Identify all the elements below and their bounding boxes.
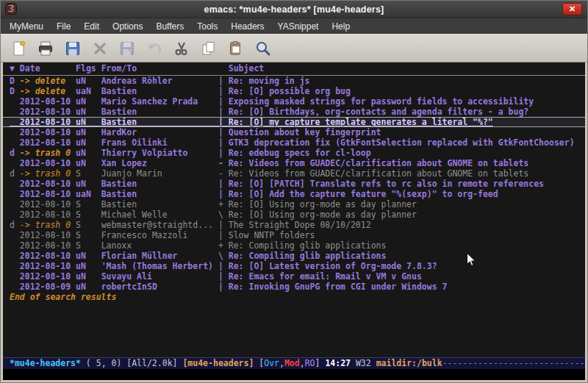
message-row-from: Thierry Volpiatto bbox=[101, 148, 218, 158]
message-row-mark bbox=[10, 117, 20, 127]
message-row[interactable]: 2012-08-10 uN Frans Oilinki | GTK3 depre… bbox=[3, 137, 585, 148]
message-row[interactable]: 2012-08-10 uN HardKor | Question about k… bbox=[3, 127, 585, 137]
message-row[interactable]: 2012-08-10 uaN Bastien | Re: [O] Add the… bbox=[3, 189, 585, 199]
message-row[interactable]: 2012-08-10 S Bastien + Re: [O] Using org… bbox=[3, 199, 585, 210]
message-row[interactable]: 2012-08-10 uN Bastien | Re: [O] Birthday… bbox=[3, 107, 585, 117]
message-row-mark bbox=[10, 127, 20, 137]
close-button[interactable]: ✕ bbox=[562, 3, 582, 15]
search-button[interactable] bbox=[251, 37, 276, 60]
mode-line-segment: 14:27 bbox=[325, 358, 351, 368]
message-row-from: robertcInSD bbox=[101, 282, 218, 292]
menu-item-mymenu[interactable]: MyMenu bbox=[3, 18, 50, 34]
message-row-mark bbox=[10, 210, 20, 220]
save-button[interactable] bbox=[60, 37, 85, 60]
menu-item-tools[interactable]: Tools bbox=[190, 18, 224, 34]
window-title: emacs: *mu4e-headers* [mu4e-headers] bbox=[204, 4, 384, 15]
message-list: D -> delete uN Andreas Röhler | Re: movi… bbox=[3, 76, 585, 292]
message-row-mark: d bbox=[10, 168, 20, 179]
tool-bar bbox=[1, 34, 587, 62]
message-row[interactable]: 2012-08-10 uN Xan Lopez - Re: Videos fro… bbox=[3, 158, 585, 168]
message-row-subject: Slow NNTP folders bbox=[229, 230, 315, 240]
menu-item-yasnippet[interactable]: YASnippet bbox=[271, 18, 326, 34]
menu-item-headers[interactable]: Headers bbox=[224, 18, 270, 34]
message-row[interactable]: 2012-08-10 uN Bastien | Re: [O] [PATCH] … bbox=[3, 179, 585, 189]
header-line-date: Date bbox=[20, 63, 76, 74]
message-row[interactable]: 2012-08-10 uN Bastien | Re: [O] my captu… bbox=[3, 117, 585, 127]
message-row-mark bbox=[10, 158, 20, 168]
header-line-prefix bbox=[218, 63, 229, 74]
mode-line-segment: , bbox=[279, 358, 284, 368]
mode-line-segment: RO bbox=[305, 358, 315, 368]
message-row-prefix: | bbox=[218, 117, 229, 127]
message-row-prefix: | bbox=[218, 179, 229, 189]
message-row-from: Francesco Mazzoli bbox=[101, 230, 218, 240]
new-file-button[interactable] bbox=[6, 37, 31, 60]
mode-line-segment: [All/2.0k] bbox=[126, 358, 182, 368]
mode-line-segment: [mu4e-headers] bbox=[182, 358, 254, 368]
message-row-from: Suvayu Ali bbox=[101, 271, 218, 282]
message-row-flags: S bbox=[76, 230, 101, 240]
message-row-prefix: + bbox=[218, 199, 229, 210]
save-as-icon bbox=[118, 40, 136, 57]
message-row[interactable]: D -> delete uaN Bastien | Re: [O] possib… bbox=[3, 86, 585, 96]
message-row[interactable]: d -> trash 0 S webmaster@straightd... | … bbox=[3, 220, 585, 230]
app-icon bbox=[5, 3, 17, 15]
message-row-from: webmaster@straightd... bbox=[101, 220, 218, 230]
cut-button[interactable] bbox=[169, 37, 194, 60]
message-row[interactable]: 2012-08-10 uN Florian Müllner \ Re: Comp… bbox=[3, 251, 585, 261]
paste-button[interactable] bbox=[223, 37, 248, 60]
message-row-subject: Re: edebug specs for cl-loop bbox=[229, 148, 371, 158]
message-row-subject: Re: Invoking GnuPG from CGI under Window… bbox=[229, 282, 448, 292]
minibuffer[interactable] bbox=[3, 369, 585, 380]
message-row[interactable]: 2012-08-10 S Lanoxx + Re: Compiling glib… bbox=[3, 240, 585, 251]
copy-button[interactable] bbox=[196, 37, 221, 60]
message-row-from: Andreas Röhler bbox=[101, 76, 218, 86]
message-row-mark: d bbox=[10, 220, 20, 230]
message-row-date: 2012-08-10 bbox=[20, 107, 76, 117]
message-row-flags: uN bbox=[76, 261, 101, 271]
message-row[interactable]: 2012-08-10 uN Suvayu Ali | Re: Emacs for… bbox=[3, 271, 585, 282]
menu-item-edit[interactable]: Edit bbox=[77, 18, 106, 34]
message-row-flags: S bbox=[76, 210, 101, 220]
header-line[interactable]: ▼ Date Flgs From/To Subject bbox=[3, 62, 585, 76]
message-row-date: 2012-08-10 bbox=[20, 261, 76, 271]
copy-icon bbox=[200, 40, 218, 57]
undo-icon bbox=[146, 40, 163, 57]
title-bar: emacs: *mu4e-headers* [mu4e-headers] ✕ bbox=[1, 1, 587, 18]
message-row[interactable]: D -> delete uN Andreas Röhler | Re: movi… bbox=[3, 76, 585, 86]
message-row-subject: Re: Emacs for email: Rmail v VM v Gnus bbox=[229, 271, 422, 282]
message-row-subject: Re: Compiling glib applications bbox=[229, 251, 387, 261]
menu-bar: MyMenuFileEditOptionsBuffersToolsHeaders… bbox=[1, 18, 587, 34]
message-row-flags: uN bbox=[76, 117, 101, 127]
message-row-flags: S bbox=[76, 240, 101, 251]
message-row-date: 2012-08-10 bbox=[20, 137, 76, 148]
message-row-flags: uN bbox=[76, 127, 101, 137]
menu-item-help[interactable]: Help bbox=[325, 18, 356, 34]
menu-item-buffers[interactable]: Buffers bbox=[149, 18, 190, 34]
print-button[interactable] bbox=[33, 37, 58, 60]
message-row-subject: Re: [O] Add the capture feature "%(sexp)… bbox=[229, 189, 498, 199]
message-row-date: 2012-08-10 bbox=[20, 179, 76, 189]
message-row-flags: uN bbox=[76, 251, 101, 261]
message-row[interactable]: 2012-08-10 uN 'Mash (Thomas Herbert) | R… bbox=[3, 261, 585, 271]
kill-buffer-button[interactable] bbox=[87, 37, 112, 60]
message-row-mark: d bbox=[10, 148, 20, 158]
message-row-subject: Exposing masked strings for password fie… bbox=[229, 96, 534, 107]
message-row-subject: Re: [O] Birthdays, org-contacts and agen… bbox=[229, 107, 529, 117]
message-row[interactable]: 2012-08-09 uN robertcInSD | Re: Invoking… bbox=[3, 282, 585, 292]
message-row[interactable]: 2012-08-10 uN Mario Sanchez Prada | Expo… bbox=[3, 96, 585, 107]
menu-item-options[interactable]: Options bbox=[106, 18, 149, 34]
message-row[interactable]: d -> trash 0 S Juanjo Marin - Re: Videos… bbox=[3, 168, 585, 179]
message-row[interactable]: d -> trash 0 uN Thierry Volpiatto | Re: … bbox=[3, 148, 585, 158]
print-icon bbox=[37, 40, 54, 57]
mode-line-segment: maildir:/bulk bbox=[376, 358, 442, 368]
message-row[interactable]: 2012-08-10 S Francesco Mazzoli | Slow NN… bbox=[3, 230, 585, 240]
message-row-mark bbox=[10, 199, 20, 210]
menu-item-file[interactable]: File bbox=[50, 18, 77, 34]
message-row-mark bbox=[10, 282, 20, 292]
message-row-mark bbox=[10, 271, 20, 282]
message-row-from: Bastien bbox=[101, 189, 218, 199]
message-row-flags: S bbox=[76, 220, 101, 230]
mode-line-segment: Ovr bbox=[264, 358, 279, 368]
message-row[interactable]: 2012-08-10 S Michael Welle \ Re: [O] Usi… bbox=[3, 210, 585, 220]
